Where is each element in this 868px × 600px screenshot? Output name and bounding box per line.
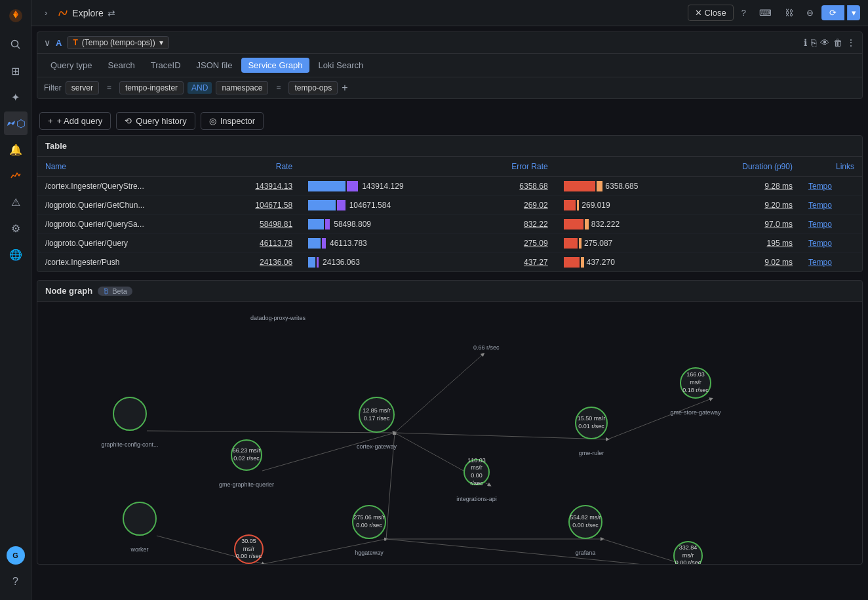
share-icon[interactable]: ⇄ xyxy=(108,8,115,18)
keyboard-shortcut-button[interactable]: ⌨ xyxy=(754,5,777,20)
svg-line-6 xyxy=(395,433,608,439)
sidebar-item-monitoring[interactable] xyxy=(4,164,28,188)
sidebar-item-starred[interactable]: ✦ xyxy=(4,85,28,109)
cell-error-bar-1: 269.019 xyxy=(556,196,698,215)
node-grafana[interactable]: 554.82 ms/r0.00 r/secgrafana xyxy=(568,505,602,539)
col-header-rate-bar xyxy=(300,157,474,177)
filter-label: Filter xyxy=(44,83,62,92)
node-datadog[interactable]: datadog-proxy-writes xyxy=(250,315,306,321)
tab-json-file[interactable]: JSON file xyxy=(190,58,239,73)
svg-line-7 xyxy=(395,354,483,433)
node-hggateway[interactable]: 275.06 ms/r0.00 r/sechggateway xyxy=(352,505,386,539)
filter-val-tempo-ops[interactable]: tempo-ops xyxy=(288,81,338,94)
node-graphite-config[interactable]: graphite-config-cont... xyxy=(113,397,147,431)
cell-rate-3: 46113.78 xyxy=(218,234,300,253)
sidebar-item-dashboards[interactable]: ⊞ xyxy=(4,59,28,83)
filter-logic-and[interactable]: AND xyxy=(187,82,212,94)
filter-row: Filter server = tempo-ingester AND names… xyxy=(37,77,862,98)
collapse-button[interactable]: ∨ xyxy=(44,37,50,48)
node-label: 0.00 r/sec xyxy=(675,559,701,564)
col-header-duration[interactable]: Duration (p90) xyxy=(697,157,800,177)
sidebar-item-help[interactable]: ? xyxy=(4,570,28,593)
cell-link-4[interactable]: Tempo xyxy=(800,253,862,272)
sidebar-item-alerting[interactable]: 🔔 xyxy=(4,138,28,161)
help-button[interactable]: ? xyxy=(736,5,751,20)
cell-link-1[interactable]: Tempo xyxy=(800,196,862,215)
datasource-selector[interactable]: T (Tempo (tempo-ops)) ▾ xyxy=(67,36,168,49)
node-label: 0.00 r/sec xyxy=(572,522,599,530)
sidebar-item-explore[interactable]: ⬡ xyxy=(4,111,28,135)
node-gme-ruler[interactable]: 15.50 ms/r0.01 r/secgme-ruler xyxy=(575,407,608,439)
page-title-area: Explore ⇄ xyxy=(58,8,115,18)
node-name-label: gme-store-gateway xyxy=(670,409,720,416)
cell-name-2: /logproto.Querier/QuerySa... xyxy=(37,215,218,234)
cell-error-bar-2: 832.222 xyxy=(556,215,698,234)
explore-icon xyxy=(58,8,68,18)
datasource-name: (Tempo (tempo-ops)) xyxy=(82,38,155,47)
sidebar-item-incidents[interactable]: ⚠ xyxy=(4,190,28,214)
node-name-label: grafana xyxy=(576,550,596,556)
node-name-label: gme-graphite-querier xyxy=(219,481,274,488)
panel-delete-icon[interactable]: 🗑 xyxy=(833,37,842,48)
cell-link-3[interactable]: Tempo xyxy=(800,234,862,253)
panel-action-buttons: ℹ ⎘ 👁 🗑 ⋮ xyxy=(804,37,856,48)
col-header-name[interactable]: Name xyxy=(37,157,218,177)
cell-error-rate-4: 437.27 xyxy=(474,253,555,272)
table-title: Table xyxy=(37,136,862,157)
sidebar-toggle-button[interactable]: › xyxy=(39,5,52,20)
cell-error-rate-2: 832.22 xyxy=(474,215,555,234)
col-header-rate[interactable]: Rate xyxy=(218,157,300,177)
cell-rate-2: 58498.81 xyxy=(218,215,300,234)
tab-service-graph[interactable]: Service Graph xyxy=(241,58,309,73)
cell-duration-1: 9.20 ms xyxy=(697,196,800,215)
panel-copy-icon[interactable]: ⎘ xyxy=(811,37,816,48)
tab-loki-search[interactable]: Loki Search xyxy=(312,58,370,73)
panel-more-icon[interactable]: ⋮ xyxy=(846,37,856,48)
node-graph-canvas[interactable]: 12.85 ms/r0.17 r/seccortex-gateway66.23 … xyxy=(37,302,862,564)
datasource-chevron: ▾ xyxy=(159,38,163,47)
node-cortex-gateway[interactable]: 12.85 ms/r0.17 r/seccortex-gateway xyxy=(359,397,395,433)
inspector-button[interactable]: ◎ Inspector xyxy=(201,112,264,130)
tab-search[interactable]: Search xyxy=(102,58,142,73)
cell-error-rate-0: 6358.68 xyxy=(474,177,555,196)
filter-val-tempo-ingester[interactable]: tempo-ingester xyxy=(119,81,184,94)
node-name-label: integrations-api xyxy=(456,496,497,502)
node-integrations-api[interactable]: 110.03 ms/r0.00 r/secintegrations-api xyxy=(464,459,490,485)
query-history-button[interactable]: ⟲ Query history xyxy=(116,112,195,130)
add-query-button[interactable]: + + Add query xyxy=(39,112,111,130)
node-worker[interactable]: worker xyxy=(123,502,157,536)
close-button[interactable]: ✕ Close xyxy=(688,5,734,21)
node-gme-graphite-querier[interactable]: 66.23 ms/r0.02 r/secgme-graphite-querier xyxy=(231,439,262,471)
panel-info-icon[interactable]: ℹ xyxy=(804,37,807,48)
node-gme-store-gateway[interactable]: 166.03 ms/r0.18 r/secgme-store-gateway xyxy=(680,367,711,399)
node-gme-query-frontend[interactable]: 0.66 r/sec xyxy=(473,344,500,351)
node-label: 166.03 ms/r xyxy=(681,371,710,386)
page-title: Explore xyxy=(72,8,103,18)
refresh-button[interactable]: ⟳ xyxy=(821,5,844,20)
node-name-label: worker xyxy=(130,546,148,553)
tab-traceid[interactable]: TraceID xyxy=(144,58,187,73)
node-node-br[interactable]: 332.84 ms/r0.00 r/sec xyxy=(673,541,703,564)
link-button[interactable]: ⛓ xyxy=(779,5,799,20)
node-hgapi[interactable]: 30.05 ms/r0.00 r/sechgapi xyxy=(234,534,264,564)
filter-key-namespace[interactable]: namespace xyxy=(216,81,268,94)
sidebar-item-user[interactable]: G xyxy=(4,544,28,567)
history-icon: ⟲ xyxy=(125,116,132,126)
filter-key-server[interactable]: server xyxy=(66,81,99,94)
col-header-links[interactable]: Links xyxy=(800,157,862,177)
col-header-error[interactable]: Error Rate xyxy=(474,157,555,177)
cell-rate-1: 104671.58 xyxy=(218,196,300,215)
graph-arrows-svg xyxy=(37,302,862,564)
refresh-dropdown-button[interactable]: ▾ xyxy=(847,5,860,20)
cell-link-2[interactable]: Tempo xyxy=(800,215,862,234)
zoom-out-button[interactable]: ⊖ xyxy=(801,5,819,20)
panel-eye-icon[interactable]: 👁 xyxy=(820,37,829,48)
sidebar-item-plugins[interactable]: ⚙ xyxy=(4,216,28,240)
cell-link-0[interactable]: Tempo xyxy=(800,177,862,196)
app-logo[interactable] xyxy=(5,5,26,26)
sidebar-item-search[interactable] xyxy=(4,33,28,56)
filter-add-button[interactable]: + xyxy=(342,82,347,94)
add-query-icon: + xyxy=(48,116,53,126)
sidebar-item-globe[interactable]: 🌐 xyxy=(4,243,28,266)
query-panel-header: ∨ A T (Tempo (tempo-ops)) ▾ ℹ ⎘ 👁 🗑 ⋮ xyxy=(37,32,862,54)
